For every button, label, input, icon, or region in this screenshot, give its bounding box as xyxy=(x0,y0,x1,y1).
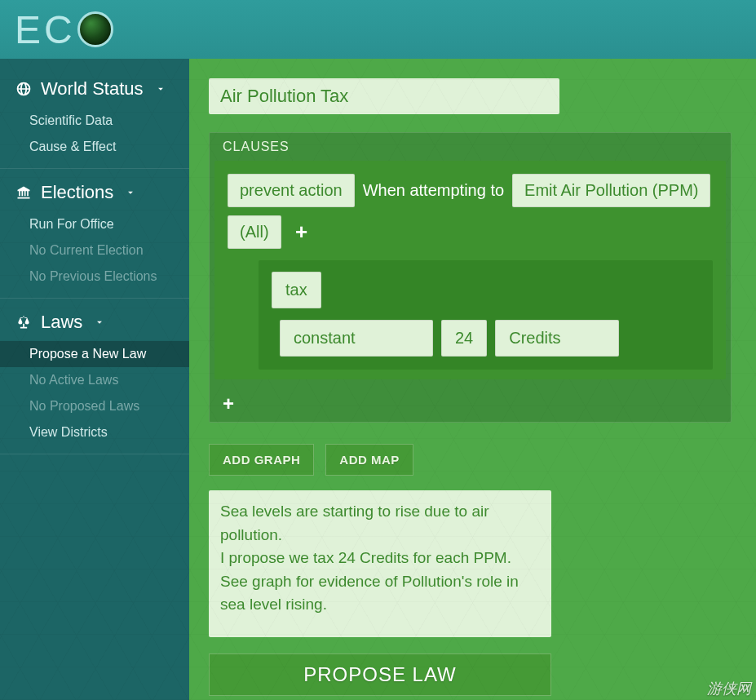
sub-clause: tax constant 24 Credits xyxy=(259,260,713,370)
logo-globe-icon xyxy=(77,11,113,47)
clauses-panel: CLAUSES prevent action When attempting t… xyxy=(209,132,732,423)
clauses-header: CLAUSES xyxy=(210,133,731,161)
target-token[interactable]: Emit Air Pollution (PPM) xyxy=(512,174,710,207)
logo-letter-c: C xyxy=(44,7,73,52)
building-icon xyxy=(15,184,33,202)
effect-token[interactable]: tax xyxy=(272,272,321,308)
globe-icon xyxy=(15,80,33,98)
currency-token[interactable]: Credits xyxy=(495,320,619,357)
add-condition-button[interactable]: + xyxy=(290,219,314,245)
nav-header-laws[interactable]: Laws xyxy=(0,307,189,341)
sidebar: World Status Scientific Data Cause & Eff… xyxy=(0,59,189,700)
logo-letter-e: E xyxy=(15,7,41,52)
filter-token[interactable]: (All) xyxy=(228,215,281,249)
action-token[interactable]: prevent action xyxy=(228,174,355,207)
nav-section-laws: Laws Propose a New Law No Active Laws No… xyxy=(0,307,189,454)
nav-title: Laws xyxy=(41,312,82,333)
watermark: 游侠网 xyxy=(707,679,751,698)
scales-icon xyxy=(15,313,33,331)
sidebar-item-no-proposed-laws: No Proposed Laws xyxy=(0,393,189,419)
sidebar-item-no-previous-elections: No Previous Elections xyxy=(0,264,189,290)
propose-law-button[interactable]: PROPOSE LAW xyxy=(209,653,551,696)
chevron-down-icon xyxy=(94,312,105,333)
app-header: E C xyxy=(0,0,756,59)
nav-title: World Status xyxy=(41,78,144,100)
chevron-down-icon xyxy=(125,182,136,203)
nav-section-world-status: World Status Scientific Data Cause & Eff… xyxy=(0,73,189,169)
sidebar-item-propose-new-law[interactable]: Propose a New Law xyxy=(0,341,189,367)
law-description-input[interactable] xyxy=(209,490,551,637)
constant-token[interactable]: constant xyxy=(280,320,433,357)
when-text: When attempting to xyxy=(363,181,504,200)
nav-header-world-status[interactable]: World Status xyxy=(0,73,189,108)
add-clause-button[interactable]: + xyxy=(210,384,731,422)
add-graph-button[interactable]: ADD GRAPH xyxy=(209,444,314,476)
clause-body: prevent action When attempting to Emit A… xyxy=(214,161,726,379)
sidebar-item-view-districts[interactable]: View Districts xyxy=(0,419,189,445)
sidebar-item-no-current-election: No Current Election xyxy=(0,237,189,264)
app-logo: E C xyxy=(15,7,113,52)
sidebar-item-cause-effect[interactable]: Cause & Effect xyxy=(0,134,189,160)
nav-title: Elections xyxy=(41,182,113,203)
main-content: CLAUSES prevent action When attempting t… xyxy=(189,59,756,700)
amount-token[interactable]: 24 xyxy=(441,320,487,357)
sidebar-item-scientific-data[interactable]: Scientific Data xyxy=(0,108,189,134)
nav-section-elections: Elections Run For Office No Current Elec… xyxy=(0,177,189,299)
chevron-down-icon xyxy=(155,78,166,100)
add-map-button[interactable]: ADD MAP xyxy=(325,444,413,476)
law-title-input[interactable] xyxy=(209,78,559,114)
sidebar-item-run-for-office[interactable]: Run For Office xyxy=(0,211,189,237)
nav-header-elections[interactable]: Elections xyxy=(0,177,189,211)
sidebar-item-no-active-laws: No Active Laws xyxy=(0,367,189,393)
